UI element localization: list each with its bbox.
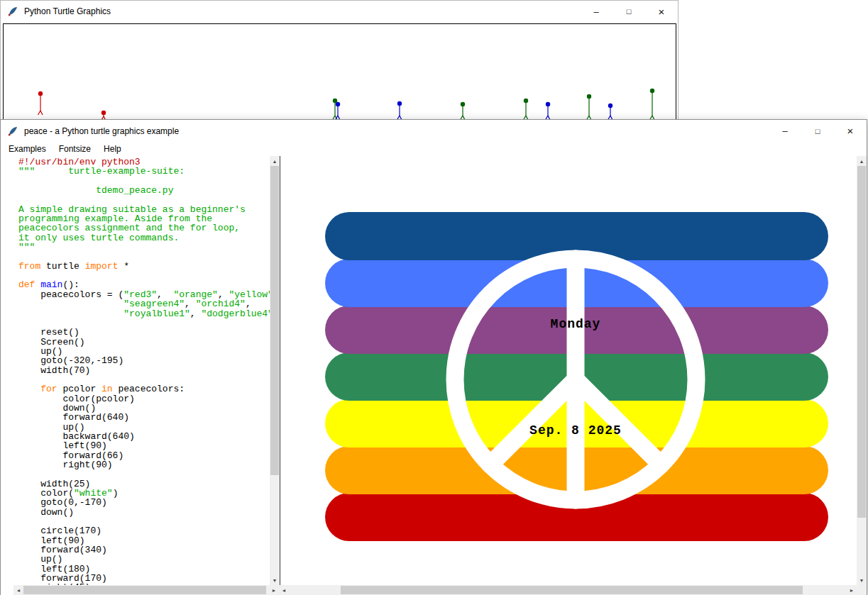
- stick-figure: [546, 102, 551, 120]
- code-line: backward(640): [18, 432, 270, 441]
- code-hscroll-thumb[interactable]: [23, 586, 266, 594]
- code-line: forward(170): [18, 574, 270, 583]
- code-line: forward(640): [18, 413, 270, 422]
- code-line: [18, 271, 270, 280]
- stick-figure: [650, 89, 655, 120]
- turtle-icon: [7, 6, 18, 17]
- maximize-button[interactable]: □: [612, 1, 645, 22]
- canvas-vscroll-thumb[interactable]: [857, 166, 866, 518]
- code-vscroll-thumb[interactable]: [270, 166, 279, 475]
- stick-figure: [38, 91, 43, 115]
- code-line: up(): [18, 347, 270, 356]
- menu-help[interactable]: Help: [97, 143, 128, 155]
- back-titlebar[interactable]: Python Turtle Graphics – □ ×: [1, 1, 678, 22]
- scroll-left-icon[interactable]: ◄: [279, 585, 289, 595]
- code-line: [18, 195, 270, 204]
- code-pane-margin: [1, 156, 13, 585]
- code-line: goto(-320,-195): [18, 356, 270, 365]
- turtle-icon: [7, 126, 18, 137]
- stick-figure: [524, 99, 529, 120]
- code-line: reset(): [18, 328, 270, 337]
- code-line: programming example. Aside from the: [18, 214, 270, 223]
- canvas-vertical-scrollbar[interactable]: ▲ ▼: [857, 156, 867, 585]
- code-editor[interactable]: #!/usr/bin/env python3""" turtle-example…: [13, 156, 270, 585]
- menu-fontsize[interactable]: Fontsize: [53, 143, 97, 155]
- scrollbar-gap: [1, 585, 13, 595]
- menu-examples[interactable]: Examples: [2, 143, 53, 155]
- front-titlebar[interactable]: peace - a Python turtle graphics example…: [1, 120, 867, 142]
- code-line: for pcolor in peacecolors:: [18, 384, 270, 394]
- code-line: goto(0,-170): [18, 498, 270, 507]
- minimize-button[interactable]: –: [580, 1, 612, 22]
- minimize-button[interactable]: –: [769, 120, 801, 142]
- code-line: color(pcolor): [18, 394, 270, 404]
- bottom-scroll-area: ◄ ► ◄ ►: [1, 585, 867, 595]
- code-line: "seagreen4", "orchid4",: [18, 299, 270, 308]
- menubar: Examples Fontsize Help: [1, 142, 867, 156]
- code-line: left(90): [18, 441, 270, 450]
- code-line: circle(170): [18, 526, 270, 535]
- close-button[interactable]: ×: [645, 1, 678, 22]
- code-vertical-scrollbar[interactable]: ▲ ▼: [270, 156, 280, 585]
- code-line: forward(340): [18, 545, 270, 555]
- scroll-down-icon[interactable]: ▼: [270, 575, 280, 585]
- scrollbar-corner: [857, 585, 867, 595]
- code-line: up(): [18, 555, 270, 564]
- code-line: [18, 375, 270, 384]
- code-line: forward(66): [18, 451, 270, 460]
- scroll-left-icon[interactable]: ◄: [13, 585, 23, 595]
- canvas-horizontal-scrollbar[interactable]: ◄ ►: [279, 585, 857, 595]
- stick-figure: [461, 102, 466, 120]
- code-line: def main():: [18, 280, 270, 289]
- code-line: [18, 517, 270, 526]
- peace-right-diagonal: [576, 379, 661, 465]
- code-line: color("white"): [18, 489, 270, 498]
- code-line: Screen(): [18, 338, 270, 347]
- code-line: peacecolors = ("red3", "orange", "yellow…: [18, 290, 270, 299]
- turtle-canvas-peace: MondaySep. 8 2025: [280, 156, 857, 585]
- date-text: Sep. 8 2025: [529, 423, 622, 438]
- peace-symbol: [280, 156, 857, 584]
- scroll-right-icon[interactable]: ►: [269, 585, 279, 595]
- scroll-up-icon[interactable]: ▲: [857, 156, 867, 166]
- back-window-title: Python Turtle Graphics: [24, 6, 111, 16]
- code-line: #!/usr/bin/env python3: [18, 157, 270, 167]
- peace-left-diagonal: [490, 379, 576, 465]
- code-horizontal-scrollbar[interactable]: ◄ ►: [13, 585, 279, 595]
- code-line: [18, 177, 270, 186]
- stick-figure: [333, 99, 338, 120]
- code-line: [18, 252, 270, 261]
- canvas-hscroll-thumb[interactable]: [341, 586, 803, 594]
- scroll-right-icon[interactable]: ►: [847, 585, 857, 595]
- stick-figure: [608, 104, 613, 120]
- code-line: """: [18, 243, 270, 252]
- code-line: [18, 469, 270, 479]
- code-line: down(): [18, 404, 270, 413]
- code-line: tdemo_peace.py: [18, 186, 270, 195]
- front-window-title: peace - a Python turtle graphics example: [24, 126, 179, 136]
- code-line: width(70): [18, 366, 270, 375]
- maximize-button[interactable]: □: [801, 120, 834, 142]
- code-line: width(25): [18, 479, 270, 489]
- code-line: up(): [18, 423, 270, 432]
- code-line: "royalblue1", "dodgerblue4"): [18, 309, 270, 318]
- code-line: left(90): [18, 536, 270, 545]
- close-button[interactable]: ×: [834, 120, 867, 142]
- stick-figure: [587, 94, 592, 120]
- scroll-down-icon[interactable]: ▼: [857, 575, 867, 585]
- code-line: [18, 318, 270, 328]
- code-line: right(90): [18, 460, 270, 469]
- peace-example-window: peace - a Python turtle graphics example…: [0, 119, 867, 595]
- code-line: it only uses turtle commands.: [18, 233, 270, 243]
- weekday-text: Monday: [551, 317, 601, 331]
- code-line: down(): [18, 508, 270, 517]
- code-line: from turtle import *: [18, 262, 270, 271]
- scroll-up-icon[interactable]: ▲: [270, 156, 280, 166]
- code-line: peacecolors assignment and the for loop,: [18, 223, 270, 233]
- code-line: A simple drawing suitable as a beginner'…: [18, 205, 270, 214]
- stick-figure: [397, 101, 402, 120]
- code-line: """ turtle-example-suite:: [18, 167, 270, 176]
- code-line: left(180): [18, 565, 270, 574]
